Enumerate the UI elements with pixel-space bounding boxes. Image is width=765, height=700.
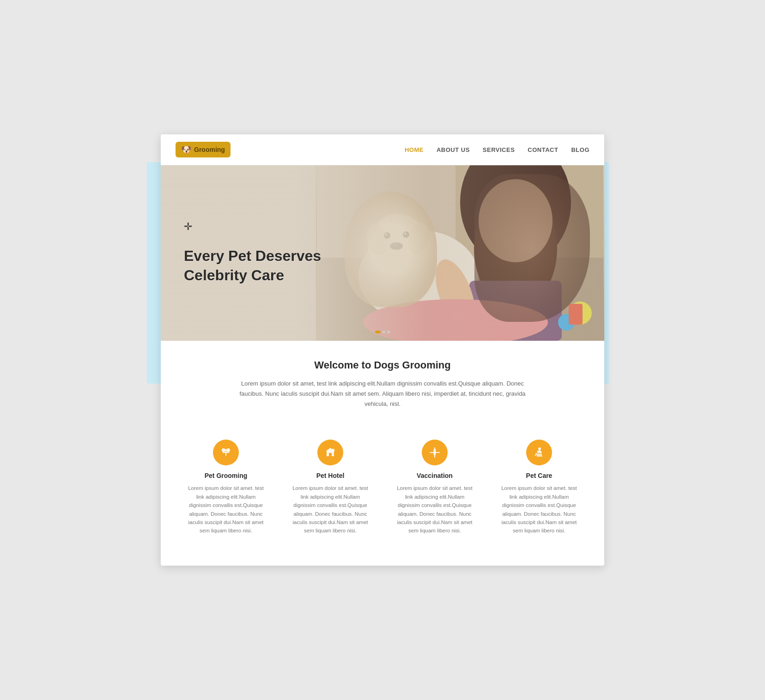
front-card: 🐶 Grooming HOME ABOUT US SERVICES CONTAC… <box>161 134 604 566</box>
nav-home[interactable]: HOME <box>405 146 424 153</box>
hero-content: ✛ Every Pet Deserves Celebrity Care <box>184 221 321 285</box>
svg-point-24 <box>226 448 230 452</box>
welcome-title: Welcome to Dogs Grooming <box>188 359 577 371</box>
grooming-icon-circle <box>213 440 239 465</box>
logo-text: Grooming <box>194 146 225 153</box>
service-card-hotel: Pet Hotel Lorem ipsum dolor sit amet. te… <box>284 432 377 542</box>
service-card-grooming: Pet Grooming Lorem ipsum dolor sit amet.… <box>179 432 273 542</box>
move-icon[interactable]: ✛ <box>184 221 321 233</box>
dog-icon: 🐶 <box>181 145 191 155</box>
welcome-section: Welcome to Dogs Grooming Lorem ipsum dol… <box>161 341 604 418</box>
header: 🐶 Grooming HOME ABOUT US SERVICES CONTAC… <box>161 134 604 165</box>
services-grid: Pet Grooming Lorem ipsum dolor sit amet.… <box>161 418 604 565</box>
petcare-icon-circle <box>526 440 552 465</box>
grooming-icon <box>220 447 232 459</box>
page-wrapper: 🐶 Grooming HOME ABOUT US SERVICES CONTAC… <box>161 134 604 566</box>
hero-section: ✛ Every Pet Deserves Celebrity Care <box>161 165 604 341</box>
hotel-text: Lorem ipsum dolor sit amet. test link ad… <box>289 484 371 535</box>
vaccination-icon-circle <box>422 440 448 465</box>
nav-about[interactable]: ABOUT US <box>437 146 470 153</box>
svg-point-37 <box>537 455 538 456</box>
service-card-vaccination: Vaccination Lorem ipsum dolor sit amet. … <box>388 432 481 542</box>
hotel-icon-circle <box>317 440 343 465</box>
vaccination-icon <box>429 447 441 459</box>
svg-rect-28 <box>329 453 332 456</box>
svg-rect-26 <box>223 452 229 453</box>
dot-2[interactable] <box>382 331 385 333</box>
dot-3[interactable] <box>387 331 390 333</box>
svg-rect-32 <box>433 450 436 455</box>
svg-point-29 <box>332 449 334 452</box>
svg-point-34 <box>538 447 541 450</box>
service-card-petcare: Pet Care Lorem ipsum dolor sit amet. tes… <box>492 432 586 542</box>
slide-dots <box>375 331 390 333</box>
dot-active[interactable] <box>375 331 381 333</box>
logo[interactable]: 🐶 Grooming <box>176 142 231 157</box>
svg-rect-33 <box>434 449 436 450</box>
petcare-text: Lorem ipsum dolor sit amet. test link ad… <box>498 484 580 535</box>
petcare-icon <box>533 447 545 459</box>
nav-contact[interactable]: CONTACT <box>528 146 558 153</box>
welcome-text: Lorem ipsum dolor sit amet, test link ad… <box>239 379 526 409</box>
vaccination-title: Vaccination <box>394 472 476 479</box>
hero-title: Every Pet Deserves Celebrity Care <box>184 247 321 285</box>
nav-services[interactable]: SERVICES <box>483 146 515 153</box>
svg-point-35 <box>535 453 537 455</box>
vaccination-text: Lorem ipsum dolor sit amet. test link ad… <box>394 484 476 535</box>
svg-point-23 <box>222 448 225 452</box>
hotel-icon <box>324 447 336 459</box>
grooming-title: Pet Grooming <box>185 472 267 479</box>
main-nav: HOME ABOUT US SERVICES CONTACT BLOG <box>405 146 589 153</box>
grooming-text: Lorem ipsum dolor sit amet. test link ad… <box>185 484 267 535</box>
svg-point-36 <box>535 455 536 456</box>
petcare-title: Pet Care <box>498 472 580 479</box>
nav-blog[interactable]: BLOG <box>571 146 589 153</box>
hotel-title: Pet Hotel <box>289 472 371 479</box>
